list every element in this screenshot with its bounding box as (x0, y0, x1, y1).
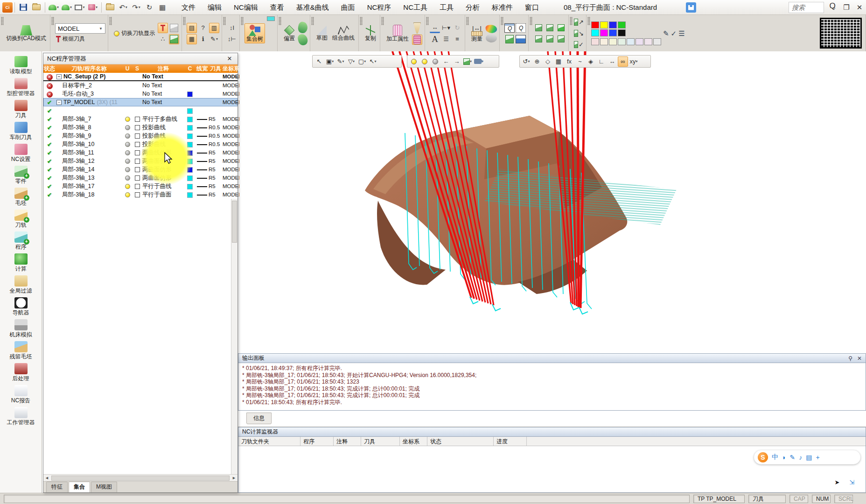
window-panel-button[interactable]: ▥ (209, 23, 219, 33)
column-header-S[interactable]: S (132, 65, 142, 72)
row-checkbox[interactable] (135, 184, 140, 189)
sidebar-item-工作管理器[interactable]: 工作管理器 (0, 406, 42, 427)
row-checkbox[interactable] (135, 142, 140, 147)
color-swatch[interactable] (618, 29, 626, 36)
column-header-刀轨/程序名称[interactable]: 刀轨/程序名称 (56, 65, 123, 73)
composite-curve-button[interactable]: 组合曲线 (331, 25, 356, 42)
cube-green-button[interactable] (169, 34, 179, 44)
color-swatch[interactable] (644, 38, 652, 45)
by-tool-button[interactable]: 根据刀具 (55, 35, 86, 43)
horizontal-scrollbar[interactable]: ◄ ► (43, 474, 237, 481)
visibility-bulb-icon[interactable] (125, 184, 130, 189)
status-tp-field[interactable]: TP TP_MODEL (693, 495, 745, 503)
table-row-TP_MODEL[interactable]: ✔−TP_MODEL(3X) (11No TextMODEL (43, 98, 237, 106)
menu-文件[interactable]: 文件 (175, 0, 202, 14)
sidebar-item-计算[interactable]: 计算 (0, 252, 42, 274)
table-row-局部-3轴_7[interactable]: ✔局部-3轴_7平行于多曲线R5MODEL (43, 115, 237, 123)
table-row-局部-3轴_13[interactable]: ✔局部-3轴_13两曲面仿形R5MODEL (43, 174, 237, 182)
menu-标准件[interactable]: 标准件 (486, 0, 519, 14)
row-checkbox[interactable] (135, 192, 140, 197)
capture-sim-button[interactable]: ▾ (87, 1, 99, 14)
tree-dim-button[interactable]: ↕⊢ (227, 34, 237, 44)
color-swatch[interactable] (618, 38, 626, 45)
zoom-window-button[interactable] (504, 23, 515, 33)
color-swatch[interactable] (591, 38, 599, 45)
lines-style-icon[interactable]: ☰ (678, 29, 684, 38)
pointer-tool-icon[interactable]: ➤ (831, 477, 843, 487)
pick-box-icon[interactable]: ▣▾ (325, 56, 335, 67)
model-selector[interactable]: MODEL▼ (55, 23, 105, 34)
color-chip[interactable] (187, 159, 193, 164)
3d-model-scene[interactable] (238, 51, 866, 353)
surface-icon[interactable]: ◈ (586, 56, 596, 67)
column-header-状态[interactable]: 状态 (43, 65, 56, 73)
monitor-column-注释[interactable]: 注释 (334, 437, 361, 446)
ime-logo-icon[interactable]: S (758, 452, 768, 462)
pin-icon[interactable]: ⚲ (848, 355, 852, 362)
column-header-坐标系[interactable]: 坐标系 (223, 65, 239, 73)
sidebar-item-毛坯[interactable]: 毛坯 (0, 187, 42, 208)
vertical-scrollbar[interactable] (231, 199, 237, 474)
vertical-dim-button[interactable]: ↕I (227, 23, 237, 33)
toggle-toolpath-button[interactable]: 切换刀轨显示 (113, 29, 156, 38)
text-button[interactable]: A (430, 34, 440, 44)
ime-toolbar[interactable]: S 中◗✎♪▤+ (754, 450, 860, 464)
refresh-dim-button[interactable]: ↻ (452, 23, 462, 33)
column-header-C[interactable]: C (184, 65, 196, 72)
sidebar-item-型腔管理器[interactable]: 型腔管理器 (0, 77, 42, 98)
color-chip[interactable] (187, 108, 193, 114)
visibility-bulb-icon[interactable] (125, 133, 130, 139)
table-row-局部-3轴_8[interactable]: ✔局部-3轴_8投影曲线R0.5MODEL (43, 123, 237, 132)
monitor-column-程序[interactable]: 程序 (300, 437, 334, 446)
visibility-bulb-icon[interactable] (125, 159, 130, 164)
offset-button[interactable]: 偏置 (282, 24, 296, 42)
hide-icon[interactable] (430, 56, 440, 67)
color-swatch[interactable] (600, 38, 608, 45)
menu-NC工具[interactable]: NC工具 (397, 0, 433, 14)
hierarchy-button[interactable]: ⊢▾ (441, 23, 451, 33)
table-row-局部-3轴_12[interactable]: ✔局部-3轴_12两曲面仿形R5MODEL (43, 157, 237, 165)
tab-info[interactable]: 信息 (246, 413, 272, 424)
show-selected-icon[interactable] (419, 56, 430, 67)
color-swatch[interactable] (609, 29, 617, 36)
view-iso-button[interactable] (533, 23, 544, 33)
monitor-column-刀具[interactable]: 刀具 (361, 437, 400, 446)
camera-view-icon[interactable]: ▾ (473, 56, 484, 67)
toolpath-bulb-button[interactable] (158, 23, 168, 33)
scroll-left-icon[interactable]: ◄ (43, 476, 50, 480)
view-back-button[interactable] (556, 34, 566, 44)
nc-manager-titlebar[interactable]: NC程序管理器 ✕ (43, 53, 237, 64)
menu-NC程序[interactable]: NC程序 (361, 0, 398, 14)
surface-icon[interactable] (297, 33, 308, 46)
sketch-button[interactable]: 草图 (315, 25, 329, 42)
sidebar-item-机床模拟[interactable]: 机床模拟 (0, 318, 42, 340)
menu-工具[interactable]: 工具 (433, 0, 460, 14)
visibility-bulb-icon[interactable] (125, 117, 130, 122)
row-checkbox[interactable] (135, 125, 140, 130)
row-checkbox[interactable] (135, 150, 140, 155)
copy-button[interactable]: 复制 (363, 24, 377, 42)
column-header-刀具[interactable]: 刀具 (209, 65, 223, 73)
capture-model-button[interactable]: ▾ (48, 1, 60, 14)
color-swatch[interactable] (609, 38, 617, 45)
rainbow-surface-icon[interactable] (485, 24, 497, 34)
open-button[interactable] (30, 1, 42, 14)
tab-M视图[interactable]: M视图 (91, 482, 117, 492)
close-icon[interactable]: ✕ (225, 55, 234, 62)
visibility-bulb-icon[interactable] (125, 192, 130, 197)
pencil-icon[interactable]: ✎ (663, 29, 669, 38)
machining-attr-button[interactable]: 加工属性 (385, 24, 410, 43)
visibility-bulb-icon[interactable] (125, 150, 130, 155)
plane-icon[interactable]: ◇ (543, 56, 553, 67)
menu-窗口[interactable]: 窗口 (519, 0, 545, 14)
visibility-bulb-icon[interactable] (125, 142, 130, 147)
measure-button[interactable]: |↔| 测量 (470, 24, 484, 43)
color-chip[interactable] (187, 133, 193, 139)
color-swatch[interactable] (591, 29, 599, 36)
view-top-button[interactable] (545, 23, 555, 33)
show-all-icon[interactable] (409, 56, 419, 67)
expander-icon[interactable]: − (56, 74, 62, 79)
search-input[interactable] (789, 2, 824, 13)
ime-icon-✎[interactable]: ✎ (789, 454, 795, 461)
row-checkbox[interactable] (135, 159, 140, 164)
